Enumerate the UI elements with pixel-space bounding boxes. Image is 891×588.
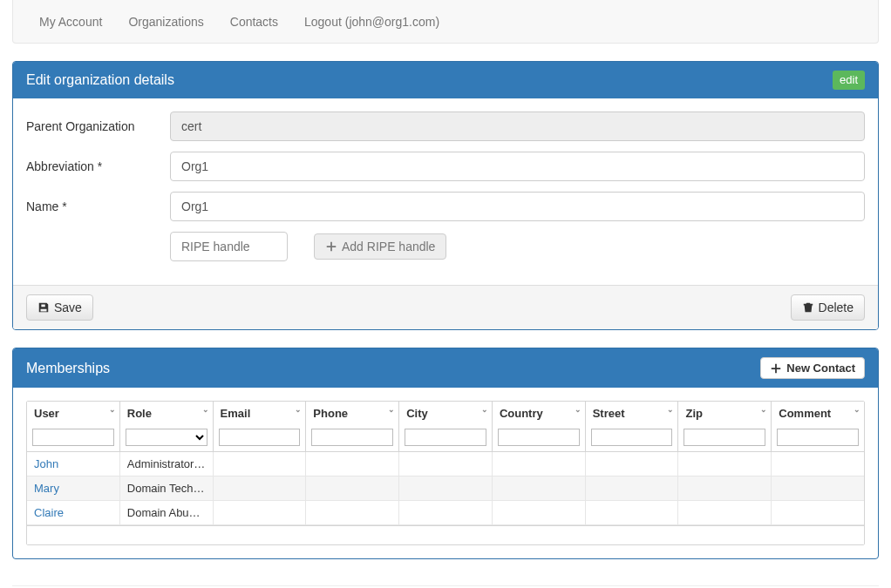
cell-role: Domain Abuse ... bbox=[120, 501, 214, 524]
nav-contacts[interactable]: Contacts bbox=[217, 15, 291, 29]
col-zip-header[interactable]: Zip ⌄ bbox=[678, 402, 771, 425]
new-contact-button[interactable]: New Contact bbox=[760, 357, 865, 379]
chevron-down-icon[interactable]: ⌄ bbox=[109, 405, 116, 414]
add-ripe-label: Add RIPE handle bbox=[342, 240, 435, 253]
chevron-down-icon[interactable]: ⌄ bbox=[667, 405, 674, 414]
col-comment-label: Comment bbox=[779, 407, 831, 420]
nav-organizations[interactable]: Organizations bbox=[115, 15, 216, 29]
table-row[interactable]: Mary Domain Techni... bbox=[27, 476, 864, 501]
table-row[interactable]: John Administrator O... bbox=[27, 452, 864, 476]
save-icon bbox=[37, 301, 50, 314]
cell-phone bbox=[306, 501, 399, 524]
memberships-heading: Memberships New Contact bbox=[13, 348, 878, 388]
trash-icon bbox=[802, 301, 814, 314]
name-input[interactable] bbox=[170, 192, 865, 221]
edit-badge[interactable]: edit bbox=[833, 71, 865, 90]
cell-zip bbox=[678, 476, 772, 500]
filter-street-input[interactable] bbox=[591, 429, 673, 446]
cell-street bbox=[586, 476, 679, 500]
cell-zip bbox=[678, 452, 772, 476]
user-link[interactable]: Claire bbox=[34, 506, 64, 519]
abbreviation-input[interactable] bbox=[170, 152, 865, 181]
chevron-down-icon[interactable]: ⌄ bbox=[481, 405, 488, 414]
delete-button[interactable]: Delete bbox=[791, 294, 865, 321]
col-city-label: City bbox=[406, 407, 428, 420]
chevron-down-icon[interactable]: ⌄ bbox=[575, 405, 582, 414]
cell-role: Administrator O... bbox=[120, 452, 214, 476]
col-role-header[interactable]: Role ⌄ bbox=[120, 402, 213, 425]
cell-city bbox=[399, 476, 493, 500]
filter-role-select[interactable] bbox=[126, 429, 207, 446]
cell-country bbox=[493, 476, 586, 500]
chevron-down-icon[interactable]: ⌄ bbox=[388, 405, 395, 414]
parent-org-input bbox=[170, 112, 865, 141]
cell-phone bbox=[306, 452, 399, 476]
delete-label: Delete bbox=[819, 301, 854, 314]
edit-org-panel-heading: Edit organization details edit bbox=[13, 62, 878, 98]
chevron-down-icon[interactable]: ⌄ bbox=[760, 405, 767, 414]
cell-street bbox=[586, 452, 679, 476]
chevron-down-icon[interactable]: ⌄ bbox=[295, 405, 302, 414]
chevron-down-icon[interactable]: ⌄ bbox=[854, 405, 860, 414]
col-street-label: Street bbox=[593, 407, 625, 420]
cell-email bbox=[214, 501, 307, 524]
save-label: Save bbox=[54, 301, 82, 314]
filter-country-input[interactable] bbox=[498, 429, 580, 446]
col-role-label: Role bbox=[127, 407, 152, 420]
grid-body: John Administrator O... Mary Domain Tech… bbox=[27, 452, 864, 525]
col-city-header[interactable]: City ⌄ bbox=[399, 402, 492, 425]
add-ripe-handle-button[interactable]: Add RIPE handle bbox=[314, 233, 446, 260]
filter-email-input[interactable] bbox=[219, 429, 301, 446]
plus-icon bbox=[770, 362, 782, 375]
col-phone-header[interactable]: Phone ⌄ bbox=[306, 402, 398, 425]
edit-org-form: Parent Organization Abbreviation * Name … bbox=[13, 98, 878, 285]
memberships-grid: User ⌄ Role ⌄ Email bbox=[26, 401, 865, 545]
col-user-header[interactable]: User ⌄ bbox=[27, 402, 119, 425]
panel-title: Memberships bbox=[26, 361, 110, 376]
cell-email bbox=[214, 452, 307, 476]
col-country-label: Country bbox=[500, 407, 543, 420]
cell-street bbox=[586, 501, 679, 524]
nav-logout[interactable]: Logout (john@org1.com) bbox=[291, 15, 452, 29]
memberships-panel: Memberships New Contact User ⌄ bbox=[12, 348, 879, 559]
plus-icon bbox=[325, 240, 337, 253]
col-zip-label: Zip bbox=[685, 407, 703, 420]
memberships-grid-wrap: User ⌄ Role ⌄ Email bbox=[13, 388, 878, 558]
parent-org-label: Parent Organization bbox=[26, 119, 170, 133]
cell-city bbox=[399, 501, 493, 524]
footer-divider bbox=[12, 585, 879, 586]
col-street-header[interactable]: Street ⌄ bbox=[586, 402, 678, 425]
col-comment-header[interactable]: Comment ⌄ bbox=[772, 402, 864, 425]
ripe-handle-input[interactable] bbox=[170, 232, 288, 261]
save-button[interactable]: Save bbox=[26, 294, 93, 321]
panel-title: Edit organization details bbox=[26, 72, 174, 88]
cell-country bbox=[493, 452, 586, 476]
cell-zip bbox=[678, 501, 772, 524]
cell-city bbox=[399, 452, 493, 476]
filter-comment-input[interactable] bbox=[777, 429, 859, 446]
col-user-label: User bbox=[34, 407, 59, 420]
nav-my-account[interactable]: My Account bbox=[26, 15, 115, 29]
chevron-down-icon[interactable]: ⌄ bbox=[202, 405, 209, 414]
user-link[interactable]: John bbox=[34, 457, 58, 470]
grid-footer bbox=[27, 525, 864, 544]
filter-phone-input[interactable] bbox=[311, 429, 393, 446]
grid-header: User ⌄ Role ⌄ Email bbox=[27, 402, 864, 452]
cell-email bbox=[214, 476, 307, 500]
col-email-header[interactable]: Email ⌄ bbox=[214, 402, 306, 425]
cell-role: Domain Techni... bbox=[120, 476, 214, 500]
col-country-header[interactable]: Country ⌄ bbox=[493, 402, 585, 425]
filter-user-input[interactable] bbox=[32, 429, 114, 446]
cell-comment bbox=[772, 476, 864, 500]
edit-org-footer: Save Delete bbox=[13, 285, 878, 329]
abbreviation-label: Abbreviation * bbox=[26, 159, 170, 173]
user-link[interactable]: Mary bbox=[34, 482, 59, 495]
cell-comment bbox=[772, 501, 864, 524]
edit-org-panel: Edit organization details edit Parent Or… bbox=[12, 61, 879, 330]
col-email-label: Email bbox=[221, 407, 251, 420]
filter-city-input[interactable] bbox=[405, 429, 486, 446]
table-row[interactable]: Claire Domain Abuse ... bbox=[27, 501, 864, 525]
filter-zip-input[interactable] bbox=[684, 429, 765, 446]
cell-country bbox=[493, 501, 586, 524]
cell-phone bbox=[306, 476, 399, 500]
